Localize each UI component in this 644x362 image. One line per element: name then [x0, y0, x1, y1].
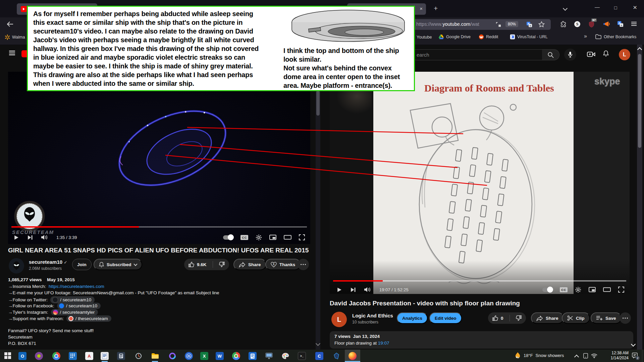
tray-expand-icon[interactable] — [574, 355, 579, 359]
next-icon[interactable] — [350, 287, 356, 293]
settings-icon[interactable] — [575, 287, 581, 293]
taskbar-snipping-icon[interactable] — [135, 352, 143, 360]
tab-close-icon[interactable]: × — [420, 6, 423, 11]
right-video-player[interactable]: Diagram of Rooms and Tables — [330, 72, 630, 294]
taskbar-clipchamp-icon[interactable]: C — [315, 352, 323, 360]
miniplayer-icon[interactable] — [269, 235, 276, 240]
url-bar[interactable]: https://www.youtube.com/wat 80% — [395, 19, 551, 30]
device-tray-icon[interactable] — [583, 353, 588, 359]
autoplay-toggle[interactable] — [223, 235, 233, 240]
taskbar-remote-desktop-icon[interactable] — [265, 352, 273, 360]
bookmark-reddit[interactable]: Reddit — [479, 34, 498, 40]
volume-tray-icon[interactable] — [600, 353, 606, 358]
screenshot-icon[interactable] — [495, 21, 501, 27]
theater-icon[interactable] — [603, 287, 611, 292]
share-button[interactable]: Share — [233, 259, 266, 270]
channel-avatar[interactable]: L — [331, 312, 347, 327]
instagram-pill[interactable]: / secureteamtyler — [51, 309, 98, 315]
voice-search-button[interactable] — [564, 49, 576, 61]
taskbar-reader-icon[interactable]: A — [85, 352, 93, 360]
translate-page-icon[interactable] — [526, 21, 532, 27]
shortcut-extension-icon[interactable] — [574, 21, 581, 27]
join-button[interactable]: Join — [72, 259, 92, 270]
bookmark-star-icon[interactable] — [538, 21, 545, 27]
notifications-bell-icon[interactable] — [603, 50, 609, 57]
megaphone-extension-icon[interactable] — [603, 21, 610, 27]
like-icon[interactable] — [492, 315, 498, 321]
back-icon[interactable] — [6, 21, 14, 27]
share-button[interactable]: Share — [531, 312, 564, 324]
taskbar-outlook-icon[interactable]: O — [18, 352, 26, 360]
weather-widget[interactable]: 18°F Snow showers — [515, 352, 564, 359]
taskbar-calculator-icon[interactable] — [117, 352, 125, 360]
bookmark-youtube[interactable]: Youtube — [417, 35, 432, 40]
captions-icon[interactable]: CC — [240, 235, 248, 240]
channel-name[interactable]: secureteam10 ✓ — [29, 259, 67, 265]
taskbar-excel-icon[interactable]: X — [200, 352, 208, 360]
taskbar-estimator-icon[interactable] — [249, 352, 257, 360]
theater-icon[interactable] — [284, 235, 291, 240]
yt-menu-icon[interactable] — [9, 50, 15, 56]
clip-button[interactable]: Clip — [562, 312, 590, 324]
twitter-pill[interactable]: / secureteam10 — [50, 296, 95, 303]
volume-icon[interactable] — [364, 287, 371, 292]
taskbar-firefox-active-tile[interactable] — [345, 350, 360, 362]
right-scrollbar[interactable] — [637, 45, 642, 350]
fullscreen-icon[interactable] — [618, 287, 624, 293]
right-scrollbar-thumb[interactable] — [638, 54, 641, 148]
edit-video-button[interactable]: Edit video — [429, 312, 462, 324]
show-desktop-button[interactable] — [642, 350, 644, 362]
taskbar-word-icon[interactable]: W — [216, 352, 224, 360]
maximize-icon[interactable]: □ — [614, 5, 617, 10]
description-panel[interactable]: 7 views Jan 13, 2024 Floor plan drawing … — [330, 331, 633, 349]
wifi-icon[interactable] — [591, 353, 597, 358]
taskbar-explorer-icon[interactable] — [151, 352, 159, 360]
like-icon[interactable] — [188, 261, 194, 267]
bookmark-virustotal[interactable]: VirusTotal - URL — [510, 34, 548, 40]
search-button[interactable] — [542, 49, 559, 60]
save-button[interactable]: Save — [591, 312, 622, 324]
minimize-icon[interactable]: — — [595, 4, 600, 10]
clock[interactable]: 12:38 AM 1/14/2024 — [608, 351, 629, 361]
start-button[interactable] — [4, 352, 11, 359]
taskbar-todo-icon[interactable]: 31 — [185, 352, 193, 360]
extensions-puzzle-icon[interactable] — [560, 21, 567, 27]
settings-icon[interactable] — [256, 234, 262, 241]
more-actions-button[interactable] — [620, 312, 631, 324]
volume-icon[interactable] — [41, 235, 48, 240]
window-close-icon[interactable]: × — [633, 3, 637, 11]
captions-icon[interactable]: CC — [560, 287, 568, 292]
taskbar-chrome-profile-icon[interactable] — [232, 352, 240, 360]
facebook-pill[interactable]: / secureteam10 — [57, 303, 101, 309]
next-icon[interactable] — [27, 235, 33, 240]
timestamp-link[interactable]: 19:07 — [378, 341, 389, 346]
left-video-player[interactable]: SECURETEAM 1:35 / 3:39 CC — [8, 72, 310, 244]
analytics-button[interactable]: Analytics — [397, 312, 428, 324]
create-icon[interactable] — [587, 51, 595, 57]
miniplayer-icon[interactable] — [589, 287, 596, 292]
taskbar-writer-icon[interactable] — [101, 352, 109, 360]
bookmark-gdrive[interactable]: Google Drive — [438, 34, 471, 40]
fullscreen-icon[interactable] — [299, 234, 305, 240]
patreon-pill[interactable]: / thesecureteam — [66, 315, 111, 322]
merch-link[interactable]: https://secureteamtees.com — [49, 284, 104, 289]
progress-bar[interactable] — [11, 226, 307, 228]
taskbar-terminal-icon[interactable]: >_ — [298, 352, 306, 360]
left-scrollbar-thumb[interactable] — [316, 90, 320, 116]
channel-name[interactable]: Logic And Ethics — [352, 313, 393, 318]
taskbar-loop-icon[interactable] — [168, 352, 176, 360]
zoom-level-badge[interactable]: 80% — [505, 21, 518, 27]
account-avatar[interactable]: L — [619, 49, 630, 60]
translate-extension-icon[interactable] — [617, 21, 624, 27]
channel-avatar[interactable] — [9, 258, 24, 274]
new-tab-icon[interactable]: + — [434, 4, 438, 12]
taskbar-paint-icon[interactable] — [281, 352, 289, 360]
other-bookmarks[interactable]: Other Bookmarks — [595, 34, 636, 39]
taskbar-obsidian-icon[interactable] — [332, 352, 340, 360]
play-icon[interactable] — [13, 235, 19, 240]
search-input[interactable]: earch — [411, 49, 542, 60]
taskbar-chrome-icon[interactable] — [52, 352, 60, 360]
autoplay-toggle[interactable] — [542, 288, 552, 292]
subscribed-button[interactable]: Subscribed — [94, 259, 142, 270]
play-icon[interactable] — [336, 287, 342, 293]
